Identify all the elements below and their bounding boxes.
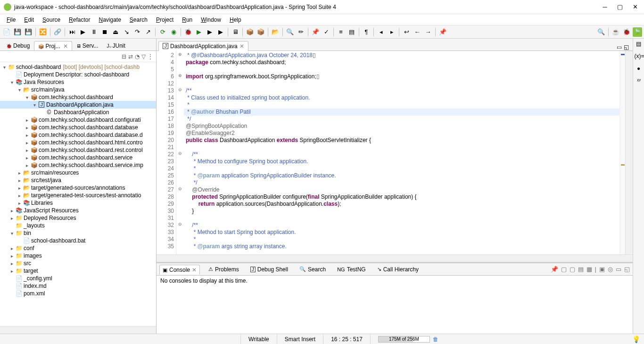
tree-item[interactable]: ▸📦com.techky.school.dashboard.database.d [0, 131, 156, 139]
minimize-button[interactable]: ─ [602, 4, 608, 10]
tree-item[interactable]: 📄_config.yml [0, 275, 156, 282]
menu-source[interactable]: Source [39, 16, 64, 24]
task-icon[interactable]: ✓ [322, 27, 331, 37]
tree-item[interactable]: ▸📁src [0, 260, 156, 267]
project-tree[interactable]: ▾📁school-dashboard [boot] [devtools] [sc… [0, 62, 156, 326]
bottom-tab-call-hierarchy[interactable]: ↘Call Hierarchy [374, 265, 421, 274]
skip-breakpoints-icon[interactable]: ⏭ [67, 27, 77, 37]
tree-item[interactable]: ▸📂target/generated-sources/annotations [0, 184, 156, 192]
tree-item[interactable]: ▸📦com.techky.school.dashboard.rest.contr… [0, 146, 156, 154]
tree-item[interactable]: ▸📂target/generated-test-sources/test-ann… [0, 192, 156, 199]
forward-icon[interactable]: → [423, 27, 433, 37]
focus-task-icon[interactable]: ◔ [135, 53, 140, 60]
editor-v-scrollbar[interactable] [625, 51, 633, 254]
toggle-breadcrumb-icon[interactable]: ≡ [336, 27, 346, 37]
terminate-icon[interactable]: ⏹ [100, 27, 109, 37]
toggle-block-icon[interactable]: ▤ [347, 27, 356, 37]
tree-h-scrollbar[interactable] [0, 326, 156, 334]
console-tool-icon[interactable]: ◎ [608, 266, 613, 273]
menu-help[interactable]: Help [226, 16, 245, 24]
tree-item[interactable]: ▸📦com.techky.school.dashboard.configurat… [0, 116, 156, 124]
tree-item[interactable]: ▸📁conf [0, 244, 156, 252]
code-editor[interactable]: 2456121314151617181920212223242526272829… [157, 51, 633, 254]
tree-item[interactable]: ▸📦com.techky.school.dashboard.service.im… [0, 161, 156, 169]
switch-icon[interactable]: 🔀 [38, 27, 48, 37]
bottom-tab-problems[interactable]: ⚠Problems [206, 265, 242, 274]
disconnect-icon[interactable]: ⏏ [111, 27, 120, 37]
run-last-icon[interactable]: ▶ [216, 27, 225, 37]
bottom-tab-search[interactable]: 🔍Search [297, 265, 329, 274]
perspective-spring-icon[interactable]: 🍃 [633, 27, 642, 37]
editor-h-scrollbar[interactable] [157, 254, 633, 262]
back-icon[interactable]: ← [413, 27, 422, 37]
tree-item[interactable]: ▸📚JavaScript Resources [0, 207, 156, 214]
pin-icon[interactable]: 📌 [438, 27, 447, 37]
filter-icon[interactable]: ▽ [141, 53, 146, 60]
tree-item[interactable]: ▾📂src/main/java [0, 86, 156, 93]
collapse-all-icon[interactable]: ⊟ [122, 53, 126, 60]
tree-item[interactable]: ©DashboardApplication [0, 109, 156, 116]
prev-annotation-icon[interactable]: ◂ [376, 27, 386, 37]
source-code[interactable]: * @#DashboardApplication.java October 24… [184, 51, 619, 254]
console-tool-icon[interactable]: | [595, 266, 596, 273]
console-tool-icon[interactable]: ▣ [599, 266, 605, 273]
bottom-tab-testng[interactable]: NGTestNG [334, 265, 369, 274]
new-icon[interactable]: 📄 [2, 27, 11, 37]
menu-search[interactable]: Search [126, 16, 151, 24]
tree-item[interactable]: ▾📦com.techky.school.dashboard [0, 93, 156, 101]
tree-item[interactable]: 📄school-dashboard.bat [0, 237, 156, 244]
open-type-icon[interactable]: 📂 [271, 27, 280, 37]
view-menu-icon[interactable]: ⋮ [148, 53, 153, 60]
tree-item[interactable]: ▾📚Java Resources [0, 78, 156, 86]
folding-ruler[interactable]: ⊕ ⊕ ⊖ ⊖ ⊖ ⊖ [176, 51, 184, 254]
console-tool-icon[interactable]: ▢ [570, 266, 575, 273]
variables-icon[interactable]: (x)= [635, 53, 643, 61]
perspective-java-icon[interactable]: ☕ [611, 27, 620, 37]
tip-icon[interactable]: 💡 [632, 336, 640, 343]
step-return-icon[interactable]: ↗ [143, 27, 153, 37]
show-whitespace-icon[interactable]: ¶ [362, 27, 371, 37]
heap-bar[interactable]: 175M of 256M [378, 336, 430, 343]
tree-item[interactable]: ▸📂src/test/java [0, 176, 156, 184]
outline-icon[interactable]: ▤ [635, 41, 643, 49]
console-tool-icon[interactable]: ▭ [616, 266, 621, 273]
resume-icon[interactable]: ▶ [78, 27, 88, 37]
tree-item[interactable]: ▸📦com.techky.school.dashboard.html.contr… [0, 139, 156, 146]
toggle-mark-icon[interactable]: ✏ [296, 27, 305, 37]
relaunch-icon[interactable]: ⟳ [158, 27, 167, 37]
console-tool-icon[interactable]: ◱ [624, 266, 630, 273]
tree-item[interactable]: ▸📁Deployed Resources [0, 214, 156, 222]
bottom-tab-debug-shell[interactable]: 🄹Debug Shell [248, 265, 291, 274]
perspective-debug-icon[interactable]: 🐞 [622, 27, 631, 37]
tree-item[interactable]: 📄pom.xml [0, 290, 156, 297]
step-into-icon[interactable]: ↘ [122, 27, 131, 37]
bottom-tab-console[interactable]: ▣Console ✕ [159, 265, 200, 275]
console-tool-icon[interactable]: ▢ [561, 266, 567, 273]
tree-item[interactable]: 📄Deployment Descriptor: school-dashboard [0, 71, 156, 78]
new-java-class-icon[interactable]: 📦 [245, 27, 255, 37]
tree-item[interactable]: ▸📦com.techky.school.dashboard.database [0, 124, 156, 131]
coverage-icon[interactable]: ▶ [205, 27, 215, 37]
save-all-icon[interactable]: 💾 [24, 27, 33, 37]
view-tab-proj[interactable]: 📦Proj...✕ [34, 41, 72, 51]
link-icon[interactable]: 🔗 [53, 27, 62, 37]
tree-item[interactable]: ▸📁target [0, 267, 156, 275]
line-number-ruler[interactable]: 2456121314151617181920212223242526272829… [157, 51, 176, 254]
tree-item[interactable]: ▸📚Libraries [0, 199, 156, 207]
boot-dashboard-icon[interactable]: ◉ [169, 27, 178, 37]
menu-run[interactable]: Run [178, 16, 196, 24]
tree-item[interactable]: ▸📁images [0, 252, 156, 260]
menu-file[interactable]: File [3, 16, 19, 24]
menu-window[interactable]: Window [197, 16, 225, 24]
tree-item[interactable]: 📁_layouts [0, 222, 156, 229]
console-tool-icon[interactable]: ▤ [578, 266, 584, 273]
quick-access-icon[interactable]: 🔍 [596, 27, 606, 37]
editor-tab-close-icon[interactable]: ✕ [239, 43, 244, 50]
debug-icon[interactable]: 🐞 [183, 27, 193, 37]
view-tab-serv[interactable]: 🖥Serv... [72, 41, 103, 50]
save-icon[interactable]: 💾 [13, 27, 22, 37]
new-server-icon[interactable]: 🖥 [231, 27, 240, 37]
run-icon[interactable]: ▶ [194, 27, 204, 37]
tree-item[interactable]: ▸📂src/main/resources [0, 169, 156, 176]
view-tab-debug[interactable]: 🐞Debug [2, 41, 34, 50]
